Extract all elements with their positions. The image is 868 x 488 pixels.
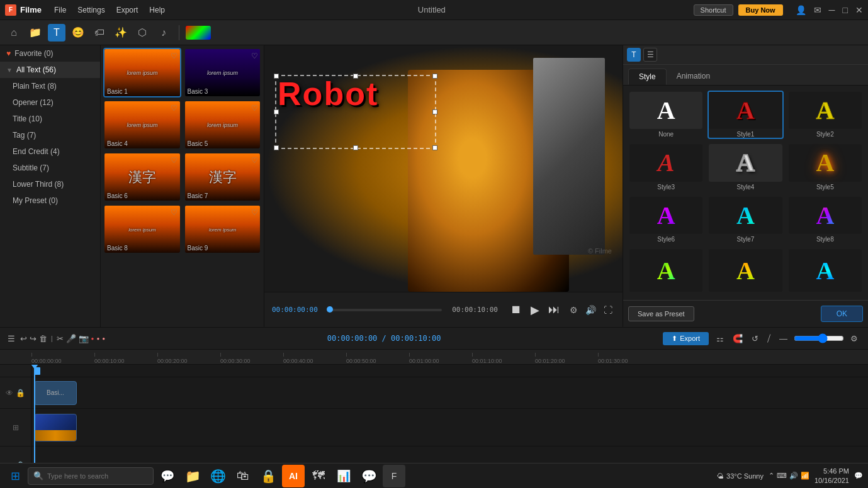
title-item[interactable]: Title (10) [0,111,100,127]
style-8[interactable]: A Style8 [787,196,863,244]
lock-icon[interactable]: 🔒 [16,389,25,397]
undo2-icon[interactable]: ↺ [749,333,761,345]
keyboard-icon[interactable]: ⌨ [777,472,787,480]
preset-basic4[interactable]: lorem ipsum ♡ Basic 4 [103,100,181,150]
style-9[interactable]: A [628,248,704,295]
menu-settings[interactable]: Settings [72,4,110,16]
progress-bar[interactable] [328,309,442,311]
fullscreen-icon[interactable]: ⛶ [601,302,615,318]
video-clip[interactable]: yellow-... [34,414,77,441]
magnet-icon[interactable]: 🧲 [730,333,745,345]
preset-basic6[interactable]: 漢字 ♡ Basic 6 [103,152,181,202]
taskbar-app-maps[interactable]: 🗺 [307,465,330,487]
progress-dot[interactable] [327,306,333,313]
toolbar-folder-icon[interactable]: 📁 [26,24,44,42]
export-button[interactable]: ⬆ Export [663,332,709,345]
handle-tr[interactable] [432,74,437,79]
handle-bl[interactable] [274,145,279,150]
preset-basic1[interactable]: lorem ipsum ♡ Basic 1 [103,48,181,97]
volume-tray-icon[interactable]: 🔊 [789,472,798,480]
notification-icon[interactable]: 💬 [854,472,863,480]
buy-now-button[interactable]: Buy Now [738,4,783,16]
chevron-up-icon[interactable]: ⌃ [769,472,774,480]
delete-icon[interactable]: 🗑 [39,334,47,343]
style-7[interactable]: A Style7 [707,196,783,244]
toolbar-sticker-icon[interactable]: 🏷 [91,24,108,42]
stop-button[interactable]: ⏹ [508,301,524,319]
handle-tm[interactable] [353,74,358,79]
taskbar-app-store[interactable]: 🛍 [232,465,254,487]
preset-basic9[interactable]: lorem ipsum ♡ Basic 9 [184,204,262,254]
storyboard-icon[interactable]: ⚏ [714,333,726,345]
camera-icon[interactable]: 📷 [79,334,89,343]
toolbar-gradient-button[interactable] [186,26,211,40]
taskbar-app-skype[interactable]: 💬 [358,465,380,487]
grid-icon[interactable]: ⊞ [13,423,19,432]
handle-ml[interactable] [274,109,279,114]
taskbar-search[interactable]: 🔍 [28,467,154,485]
toolbar-effect-icon[interactable]: ✨ [112,24,130,42]
style-3[interactable]: A Style3 [628,143,704,191]
eye-icon[interactable]: 👁 [6,389,13,397]
tab-style[interactable]: Style [628,69,667,85]
handle-tl[interactable] [274,74,279,79]
handle-br[interactable] [432,145,437,150]
split2-icon[interactable]: ⧸ [765,332,773,345]
text-clip[interactable]: Basi... [34,381,77,405]
handle-mr[interactable] [432,109,437,114]
menu-export[interactable]: Export [111,4,144,16]
menu-help[interactable]: Help [144,4,170,16]
next-frame-button[interactable]: ⏭ [546,301,562,319]
save-preset-button[interactable]: Save as Preset [628,306,694,321]
all-text-item[interactable]: ▼ All Text (56) [0,62,100,78]
plain-text-item[interactable]: Plain Text (8) [0,78,100,94]
hamburger-icon[interactable]: ☰ [8,334,15,343]
preset-basic5[interactable]: lorem ipsum ♡ Basic 5 [184,100,262,150]
menu-file[interactable]: File [49,4,71,16]
lower-third-item[interactable]: Lower Third (8) [0,176,100,192]
toolbar-filter-icon[interactable]: ⬡ [133,24,151,42]
redo-icon[interactable]: ↪ [30,334,37,343]
taskbar-app-excel[interactable]: 📊 [332,465,355,487]
style-5[interactable]: A Style5 [787,143,863,191]
settings-icon[interactable]: ⚙ [567,302,580,318]
style-1[interactable]: A Style1 [707,91,783,139]
undo-icon[interactable]: ↩ [20,334,27,343]
toolbar-audio-icon[interactable]: ♪ [155,24,172,42]
shortcut-button[interactable]: Shortcut [694,4,733,16]
style-6[interactable]: A Style6 [628,196,704,244]
close-button[interactable]: ✕ [855,5,863,15]
zoom-slider[interactable] [794,333,844,343]
favorite-item[interactable]: ♥ Favorite (0) [0,45,100,62]
toolbar-emoji-icon[interactable]: 😊 [69,24,87,42]
style-2[interactable]: A Style2 [787,91,863,139]
tab-animation[interactable]: Animation [667,69,720,85]
style-4[interactable]: A Style4 [707,143,783,191]
animation-list-icon[interactable]: ☰ [643,48,657,62]
taskbar-app-filme[interactable]: F [383,465,405,487]
style-none[interactable]: A None [628,91,704,139]
style-10[interactable]: A [707,248,783,295]
text-style-icon[interactable]: T [627,48,641,62]
mail-icon[interactable]: ✉ [814,5,821,15]
end-credit-item[interactable]: End Credit (4) [0,143,100,160]
preset-basic7[interactable]: 漢字 ♡ Basic 7 [184,152,262,202]
preset-basic3[interactable]: lorem ipsum ♡ Basic 3 [184,48,262,97]
split-icon[interactable]: ✂ [57,334,64,343]
opener-item[interactable]: Opener (12) [0,94,100,111]
mic-icon[interactable]: 🎤 [66,334,76,343]
taskbar-app-chat[interactable]: 💬 [156,465,179,487]
minus-zoom-icon[interactable]: — [777,333,790,345]
my-preset-item[interactable]: My Preset (0) [0,192,100,209]
tag-item[interactable]: Tag (7) [0,127,100,143]
start-button[interactable]: ⊞ [5,466,25,486]
taskbar-search-input[interactable] [47,472,148,480]
preset-basic8[interactable]: lorem ipsum ♡ Basic 8 [103,204,181,254]
taskbar-app-security[interactable]: 🔒 [257,465,279,487]
subtitle-item[interactable]: Subtitle (7) [0,160,100,176]
volume-icon[interactable]: 🔊 [583,302,599,318]
play-button[interactable]: ▶ [528,301,542,319]
taskbar-app-edge[interactable]: 🌐 [206,465,229,487]
taskbar-app-ai[interactable]: AI [282,465,305,487]
maximize-button[interactable]: □ [843,5,848,15]
